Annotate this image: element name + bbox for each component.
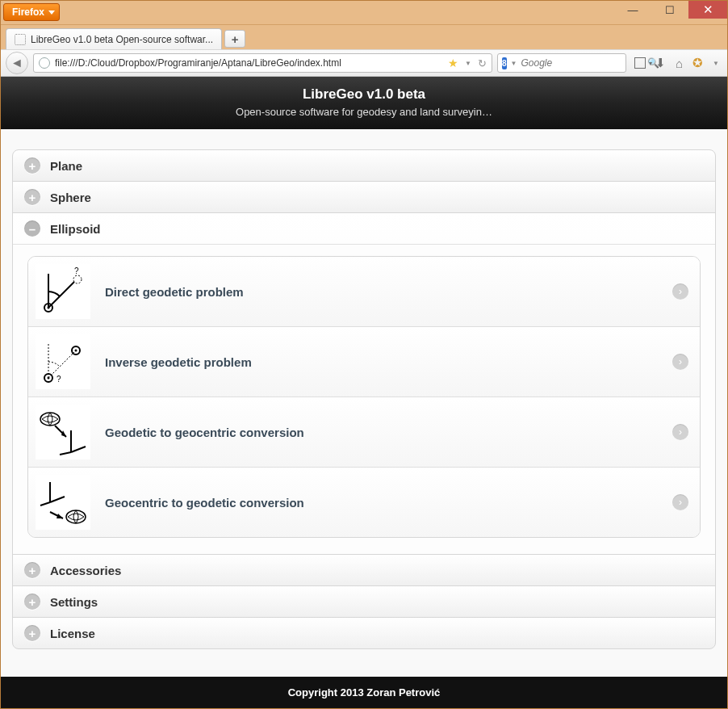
- svg-point-11: [75, 350, 77, 352]
- list-item-geocentric-to-geodetic[interactable]: Geocentric to geodetic conversion ›: [28, 468, 700, 537]
- favicon-icon: [15, 34, 26, 45]
- content: + Plane + Sphere – Ellipsoid: [1, 129, 727, 677]
- chevron-right-icon: ›: [672, 494, 688, 510]
- firefox-menu-button[interactable]: Firefox: [3, 3, 60, 21]
- accordion-header-settings[interactable]: + Settings: [13, 586, 715, 617]
- url-dropdown-icon[interactable]: ▼: [465, 60, 471, 67]
- addon-dropdown-icon[interactable]: ▼: [713, 60, 719, 67]
- accordion-settings: + Settings: [12, 585, 716, 618]
- accordion-label: License: [50, 627, 95, 640]
- plus-icon: +: [232, 32, 239, 46]
- toolbar-icons: ⬇ ⌂ ✪ ▼: [631, 56, 722, 70]
- back-arrow-icon: ◄: [10, 56, 23, 70]
- tab-title: LibreGeo v1.0 beta Open-source softwar..…: [31, 34, 213, 45]
- page: LibreGeo v1.0 beta Open-source software …: [1, 77, 727, 708]
- expand-icon: +: [24, 189, 40, 205]
- chevron-right-icon: ›: [672, 354, 688, 370]
- reload-icon[interactable]: ↻: [478, 57, 487, 69]
- page-title: LibreGeo v1.0 beta: [7, 86, 721, 103]
- svg-point-24: [66, 510, 86, 523]
- window-controls: — ☐ ✕: [614, 1, 727, 19]
- list-item-label: Inverse geodetic problem: [105, 355, 658, 369]
- list-item-inverse-geodetic[interactable]: ? Inverse geodetic problem ›: [28, 327, 700, 397]
- svg-line-3: [48, 282, 74, 308]
- globe-icon: [39, 57, 50, 69]
- svg-text:?: ?: [56, 375, 61, 384]
- viewport: LibreGeo v1.0 beta Open-source software …: [1, 77, 727, 708]
- home-icon[interactable]: ⌂: [676, 57, 683, 70]
- svg-line-17: [71, 447, 86, 452]
- url-input[interactable]: [55, 57, 443, 69]
- svg-text:?: ?: [74, 267, 79, 275]
- minimize-button[interactable]: —: [614, 1, 651, 19]
- expand-icon: +: [24, 157, 40, 174]
- accordion-label: Plane: [50, 159, 82, 173]
- search-bar[interactable]: 8 ▼ 🔍: [497, 53, 626, 73]
- url-bar[interactable]: ★ ▼ ↻: [33, 53, 492, 73]
- geocentric-to-geodetic-icon: [36, 475, 90, 530]
- maximize-icon: ☐: [665, 4, 675, 16]
- nav-toolbar: ◄ ★ ▼ ↻ 8 ▼ 🔍 ⬇ ⌂ ✪ ▼: [1, 49, 727, 77]
- svg-line-20: [50, 497, 65, 502]
- bookmarks-menu-button[interactable]: [634, 57, 646, 69]
- firefox-window: Firefox — ☐ ✕ LibreGeo v1.0 beta Open-so…: [0, 0, 728, 709]
- svg-point-13: [40, 413, 60, 426]
- accordion-label: Settings: [50, 595, 98, 609]
- accordion-label: Accessories: [50, 564, 121, 577]
- close-button[interactable]: ✕: [688, 1, 727, 19]
- tab-strip: LibreGeo v1.0 beta Open-source softwar..…: [1, 25, 727, 49]
- google-icon: 8: [502, 57, 507, 69]
- accordion-header-accessories[interactable]: + Accessories: [13, 555, 715, 585]
- downloads-icon[interactable]: ⬇: [655, 56, 666, 70]
- list-item-label: Geocentric to geodetic conversion: [105, 496, 658, 510]
- footer-text: Copyright 2013 Zoran Petrović: [288, 686, 441, 699]
- page-header: LibreGeo v1.0 beta Open-source software …: [1, 77, 727, 129]
- bookmark-star-icon[interactable]: ★: [448, 57, 458, 69]
- svg-line-18: [60, 452, 71, 455]
- direct-geodetic-icon: ?: [36, 264, 90, 319]
- accordion-license: + License: [12, 617, 716, 649]
- search-input[interactable]: [521, 57, 643, 69]
- browser-tab[interactable]: LibreGeo v1.0 beta Open-source softwar..…: [6, 28, 222, 49]
- ellipsoid-list: ? Direct geodetic problem › ? Inverse ge…: [27, 256, 701, 538]
- close-icon: ✕: [703, 2, 713, 17]
- accordion-header-sphere[interactable]: + Sphere: [13, 182, 715, 212]
- accordion-header-license[interactable]: + License: [13, 618, 715, 648]
- collapse-icon: –: [24, 220, 40, 237]
- page-subtitle: Open-source software for geodesy and lan…: [7, 106, 721, 118]
- expand-icon: +: [24, 625, 40, 641]
- expand-icon: +: [24, 562, 40, 578]
- addon-icon[interactable]: ✪: [692, 56, 703, 70]
- accordion-ellipsoid: – Ellipsoid ? Direct geodetic problem ›: [12, 212, 716, 555]
- list-item-label: Direct geodetic problem: [105, 285, 658, 299]
- back-button[interactable]: ◄: [6, 52, 28, 74]
- maximize-button[interactable]: ☐: [651, 1, 688, 19]
- firefox-menu-label: Firefox: [12, 6, 44, 18]
- geodetic-to-geocentric-icon: [36, 405, 90, 459]
- titlebar: Firefox — ☐ ✕: [1, 1, 727, 25]
- expand-icon: +: [24, 594, 40, 610]
- search-engine-dropdown-icon[interactable]: ▼: [511, 60, 517, 67]
- new-tab-button[interactable]: +: [224, 30, 245, 48]
- inverse-geodetic-icon: ?: [36, 334, 90, 389]
- accordion-header-plane[interactable]: + Plane: [13, 150, 715, 181]
- svg-marker-23: [56, 514, 63, 518]
- caret-down-icon: [48, 10, 55, 15]
- svg-marker-15: [61, 430, 66, 437]
- accordion-plane: + Plane: [12, 149, 716, 182]
- page-footer: Copyright 2013 Zoran Petrović: [1, 677, 727, 708]
- minimize-icon: —: [628, 4, 638, 16]
- list-item-geodetic-to-geocentric[interactable]: Geodetic to geocentric conversion ›: [28, 397, 700, 468]
- svg-line-21: [40, 502, 50, 506]
- chevron-right-icon: ›: [672, 283, 688, 300]
- list-item-direct-geodetic[interactable]: ? Direct geodetic problem ›: [28, 257, 700, 327]
- chevron-right-icon: ›: [672, 424, 688, 440]
- accordion-label: Ellipsoid: [50, 222, 101, 236]
- accordion-body-ellipsoid: ? Direct geodetic problem › ? Inverse ge…: [13, 244, 715, 554]
- accordion-sphere: + Sphere: [12, 181, 716, 213]
- list-item-label: Geodetic to geocentric conversion: [105, 426, 658, 439]
- svg-line-9: [48, 352, 74, 378]
- accordion-accessories: + Accessories: [12, 554, 716, 586]
- accordion-header-ellipsoid[interactable]: – Ellipsoid: [13, 213, 715, 244]
- accordion-label: Sphere: [50, 191, 91, 204]
